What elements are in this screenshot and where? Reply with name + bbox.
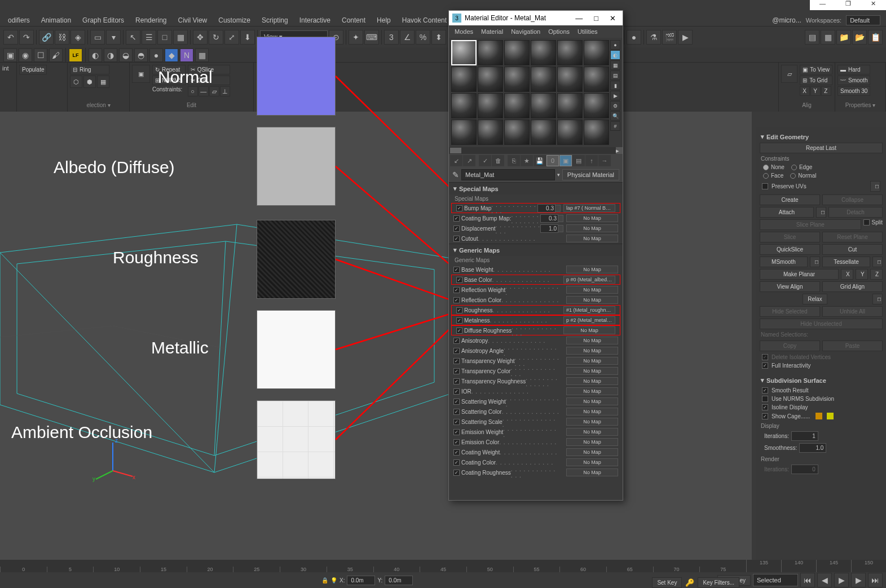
map-slot-button[interactable]: No Map [566,458,618,466]
menu-customize[interactable]: Customize [213,14,256,26]
axis-gizmo[interactable]: z x y [90,437,135,482]
transport-prev[interactable]: ⏮ [800,573,815,587]
subdivision-header[interactable]: ▾Subdivision Surface [760,374,883,386]
map-enable-check[interactable]: ✓ [456,205,462,211]
pick-material-icon[interactable]: ✎ [452,170,459,179]
mat-menu-navigation[interactable]: Navigation [508,27,544,36]
map-enable-check[interactable]: ✓ [453,459,460,466]
attach-list[interactable]: □ [816,207,826,218]
material-slot[interactable] [478,67,503,92]
msmooth-btn[interactable]: MSmooth [760,257,808,267]
mat-close[interactable]: ✕ [606,14,619,23]
object-paint[interactable]: 🖌 [49,48,63,62]
snap-button[interactable]: 3 [384,30,399,45]
map-enable-check[interactable]: ✓ [453,388,460,395]
map-enable-check[interactable]: ✓ [453,358,460,364]
map-enable-check[interactable]: ✓ [453,429,460,435]
smooth-btn[interactable]: 〰Smooth [837,76,870,85]
freeform[interactable]: ◉ [19,48,32,62]
show-cage-check[interactable]: ✓ [762,413,768,419]
select-filter[interactable]: ▾ [106,30,121,45]
menu-scripting[interactable]: Scripting [256,14,294,26]
material-slot[interactable] [451,93,477,118]
map-enable-check[interactable]: ✓ [453,470,460,476]
map-enable-check[interactable]: ✓ [456,328,462,334]
sample-type[interactable]: ● [610,40,620,50]
constraint-none[interactable]: ○ [188,86,198,96]
map-slot-button[interactable]: No Map [566,224,618,232]
reset-map[interactable]: 🗑 [492,155,504,166]
map-enable-check[interactable]: ✓ [453,348,460,354]
video-check[interactable]: ▮ [610,81,620,90]
constraint-face[interactable]: ▱ [209,86,219,96]
hard-btn[interactable]: ▬Hard [837,65,870,74]
map-slot-button[interactable]: No Map [566,296,618,304]
map-slot-button[interactable]: No Map [566,448,618,456]
layer-new[interactable]: 📁 [836,30,851,45]
split-check[interactable] [863,219,870,226]
smoothness-spinner[interactable]: 1.0 [799,443,826,453]
map-amount-spinner[interactable]: 0.3 [537,204,556,213]
tool-a[interactable]: ◐ [89,48,102,62]
tool-e[interactable]: ● [149,48,163,62]
quickslice-btn[interactable]: QuickSlice [760,244,820,255]
menu-modifiers[interactable]: odifiers [2,14,36,26]
render-button[interactable]: ▶ [678,30,693,45]
mat-menu-utilities[interactable]: Utilities [574,27,601,36]
map-slot-button[interactable]: No Map [566,235,618,242]
map-enable-check[interactable]: ✓ [453,439,460,445]
material-slot[interactable] [451,120,477,145]
cage-color-1[interactable] [816,413,822,419]
tool-g[interactable]: N [180,48,193,62]
isolate-icon[interactable]: 💡 [330,577,337,583]
show-end-result[interactable]: ▤ [572,155,585,166]
window-crossing[interactable]: ▦ [173,30,188,45]
material-slot[interactable] [531,120,556,145]
make-preview[interactable]: ▶ [610,91,620,100]
relax-btn[interactable]: Relax [803,294,827,304]
map-enable-check[interactable]: ✓ [453,236,460,242]
isoline-check[interactable]: ✓ [762,404,768,410]
map-slot-button[interactable]: No Map [566,214,618,222]
map-enable-check[interactable]: ✓ [453,267,460,273]
map-enable-check[interactable]: ✓ [453,368,460,374]
map-enable-check[interactable]: ✓ [453,399,460,405]
selection-tool[interactable]: ☐ [34,48,47,62]
key-filters-btn[interactable]: Key Filters... [698,577,739,588]
material-slot[interactable] [557,40,583,65]
view-align-btn[interactable]: View Align [760,281,820,292]
full-interactivity-check[interactable]: ✓ [762,362,768,369]
poly-model[interactable]: ▣ [3,48,17,62]
get-material[interactable]: ↙ [450,155,462,166]
map-slot-button[interactable]: No Map [566,266,618,273]
make-planar-btn[interactable]: Make Planar [760,269,839,280]
planar-y[interactable]: Y [810,86,821,96]
material-slot[interactable] [478,120,503,145]
unlink-button[interactable]: ⛓ [55,30,69,45]
setkey-btn[interactable]: Set Key [652,577,682,588]
lock-icon[interactable]: 🔒 [321,577,328,583]
make-copy[interactable]: ⎘ [508,155,520,166]
grid-align-btn[interactable]: Grid Align [822,281,883,292]
toview-btn[interactable]: ▣To View [800,65,832,74]
map-slot-button[interactable]: No Map [566,428,618,436]
material-slot[interactable] [584,120,609,145]
map-slot-button[interactable]: No Map [566,438,618,446]
map-slot-button[interactable]: lap #7 ( Normal Bump [563,204,615,212]
material-slot[interactable] [584,67,609,92]
relax-settings[interactable]: □ [872,294,883,304]
select-name-button[interactable]: ☰ [142,30,156,45]
map-enable-check[interactable]: ✓ [453,338,460,344]
link-button[interactable]: 🔗 [39,30,54,45]
window-minimize[interactable]: — [810,0,835,10]
ring-btn[interactable]: ⊟Ring [70,65,109,74]
assign-to-sel[interactable]: ✓ [479,155,491,166]
layer-select[interactable]: 📋 [868,30,883,45]
angle-snap[interactable]: ∠ [400,30,415,45]
material-name-input[interactable] [461,169,555,180]
show-map-viewport[interactable]: ▣ [559,155,572,166]
map-slot-button[interactable]: No Map [566,347,618,355]
material-type-button[interactable]: Physical Material [562,169,619,180]
planar-y-btn[interactable]: Y [856,269,868,280]
mat-menu-material[interactable]: Material [478,27,506,36]
